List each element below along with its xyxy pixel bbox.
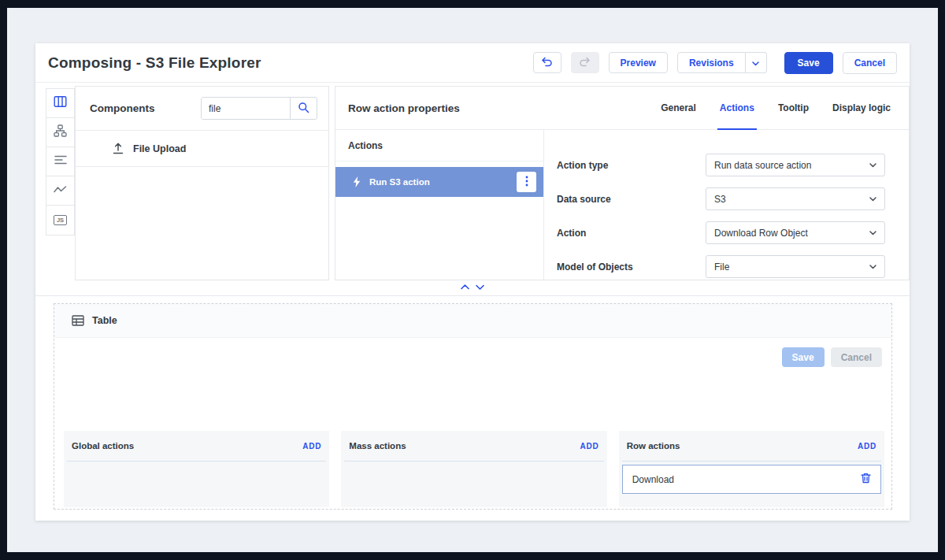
page-title: Composing - S3 File Explorer [48,54,261,72]
lightning-icon [353,176,361,187]
revisions-dropdown-button[interactable] [746,52,767,73]
chevron-down-icon [869,163,876,168]
collapse-down-button[interactable] [476,279,485,293]
component-item-label: File Upload [133,143,186,154]
components-title: Components [90,102,155,114]
field-row-data-source: Data source S3 [557,187,885,210]
row-actions-add-button[interactable]: ADD [858,442,876,451]
delete-row-action-button[interactable] [859,471,873,488]
components-panel-header: Components [76,87,328,131]
table-icon [72,315,84,326]
action-item-run-s3[interactable]: Run S3 action [335,167,543,197]
header-actions: Preview Revisions Save Cancel [533,52,897,74]
rail-item-list[interactable] [46,147,74,176]
chevron-down-icon [869,231,876,235]
tab-display-logic[interactable]: Display logic [821,87,902,129]
components-panel: Components File Upload [75,86,329,280]
row-actions-title: Row actions [627,441,680,451]
select-value: Download Row Object [714,228,808,239]
kebab-icon [525,175,528,190]
global-actions-add-button[interactable]: ADD [302,442,321,451]
action-item-label: Run S3 action [369,177,517,187]
table-component-header[interactable]: Table [54,304,891,338]
select-value: Run data source action [714,160,811,171]
field-label: Model of Objects [557,261,633,273]
action-type-select[interactable]: Run data source action [706,154,885,176]
table-actions-strip: Global actions ADD Mass actions ADD Row … [64,431,884,507]
table-component-label: Table [92,315,117,326]
rail-item-structure[interactable] [46,118,74,147]
redo-icon [579,57,591,69]
header-bar: Composing - S3 File Explorer Preview Rev… [35,43,910,83]
chevron-down-icon [476,279,485,293]
data-source-select[interactable]: S3 [706,187,885,210]
mass-actions-header: Mass actions ADD [344,431,603,462]
chevron-down-icon [869,197,876,202]
actions-list-title: Actions [335,130,543,161]
select-value: S3 [714,194,726,205]
component-rail: JS [46,88,75,235]
properties-panel-header: Row action properties General Actions To… [335,87,909,130]
table-save-button[interactable]: Save [782,347,825,367]
field-label: Data source [557,194,611,205]
undo-button[interactable] [533,52,561,73]
properties-tabs: General Actions Tooltip Display logic [649,87,902,129]
revisions-button[interactable]: Revisions [677,52,746,73]
redo-button[interactable] [571,52,599,73]
preview-button[interactable]: Preview [609,52,668,73]
table-form-actions: Save Cancel [782,347,882,367]
mass-actions-column: Mass actions ADD [341,431,606,507]
field-row-model-of-objects: Model of Objects File [557,255,885,278]
table-cancel-button[interactable]: Cancel [831,347,882,367]
actions-list-column: Actions Run S3 action [335,130,544,280]
list-icon [54,154,67,169]
mass-actions-add-button[interactable]: ADD [580,442,599,451]
editor-area: JS Components [35,83,910,295]
properties-title: Row action properties [348,102,460,114]
row-action-item-download[interactable]: Download [622,465,881,494]
global-actions-header: Global actions ADD [67,431,326,462]
global-actions-title: Global actions [72,441,134,451]
action-select[interactable]: Download Row Object [706,221,885,244]
select-value: File [714,261,729,273]
chart-icon [54,184,67,198]
panel-resize-control [461,279,485,293]
trash-icon [861,473,871,486]
field-label: Action type [557,160,608,171]
tree-icon [54,124,67,140]
tab-general[interactable]: General [649,87,708,129]
rail-item-charts[interactable] [46,176,74,206]
save-button[interactable]: Save [784,52,833,74]
tab-tooltip[interactable]: Tooltip [766,87,821,129]
canvas-drop-zone: Table Save Cancel Global actions ADD [54,303,892,510]
action-properties-form: Action type Run data source action Data … [544,130,909,280]
field-label: Action [557,228,586,239]
search-button[interactable] [290,98,316,119]
action-item-menu-button[interactable] [517,172,536,192]
model-of-objects-select[interactable]: File [706,255,885,278]
composer-window: Composing - S3 File Explorer Preview Rev… [35,43,910,521]
search-icon [298,102,309,116]
component-item-file-upload[interactable]: File Upload [76,131,328,167]
undo-icon [541,57,553,69]
app-canvas: Table Save Cancel Global actions ADD [35,295,910,521]
field-row-action: Action Download Row Object [557,221,885,244]
chevron-up-icon [461,279,470,293]
collapse-up-button[interactable] [461,279,470,293]
rail-item-board[interactable] [46,89,74,118]
global-actions-column: Global actions ADD [64,431,329,507]
properties-body: Actions Run S3 action [335,130,909,280]
revisions-button-group: Revisions [677,52,767,73]
cancel-button[interactable]: Cancel [843,52,897,74]
tab-actions[interactable]: Actions [708,87,766,129]
board-icon [54,95,67,111]
upload-icon [112,143,124,154]
row-actions-header: Row actions ADD [622,431,881,462]
components-search-input[interactable] [202,98,290,119]
row-actions-column: Row actions ADD Download [619,431,884,507]
rail-item-custom-js[interactable]: JS [46,206,74,235]
chevron-down-icon [752,57,759,69]
properties-panel: Row action properties General Actions To… [335,86,910,280]
js-icon: JS [54,215,66,226]
workspace-background: Composing - S3 File Explorer Preview Rev… [7,8,938,552]
